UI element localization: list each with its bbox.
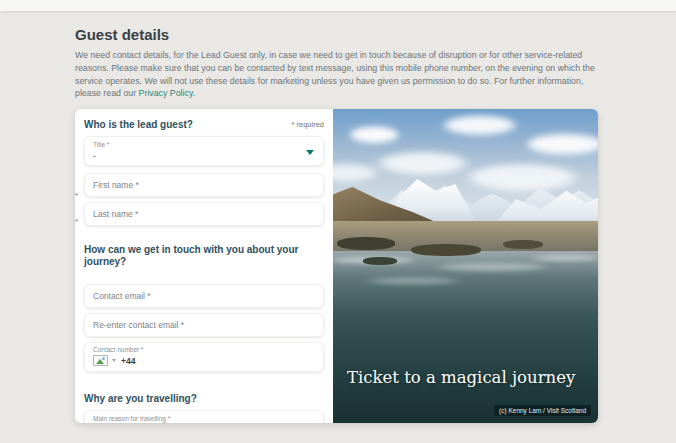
travel-section-header: Why are you travelling? (84, 393, 324, 405)
flag-image-mountain-glyph (96, 359, 104, 364)
photo-rock (503, 240, 543, 249)
flag-image-dot-glyph (102, 357, 105, 360)
contact-heading: How can we get in touch with you about y… (84, 244, 324, 268)
photo-clouds (333, 111, 598, 206)
contact-number-field[interactable]: Contact number * +44 (84, 342, 324, 372)
lead-guest-section-header: Who is the lead guest? * required (84, 119, 324, 131)
scotland-landscape-photo: Ticket to a magical journey (c) Kenny La… (333, 109, 598, 423)
chevron-down-icon (306, 150, 314, 155)
reenter-contact-email-input[interactable] (84, 313, 324, 337)
travel-heading: Why are you travelling? (84, 393, 197, 405)
dial-code-chevron-icon (112, 359, 116, 362)
first-name-input[interactable] (84, 173, 324, 197)
required-marker: * (75, 191, 78, 200)
guest-details-page: Guest details We need contact details, f… (0, 11, 676, 423)
photo-rock (411, 244, 481, 256)
contact-email-input[interactable] (84, 284, 324, 308)
guest-details-form: * * Who is the lead guest? * required Ti… (75, 109, 333, 423)
title-select-value: - (93, 151, 315, 161)
flag-image-icon[interactable] (93, 355, 108, 366)
travel-reason-select[interactable]: Main reason for travelling * Please sele… (84, 410, 324, 423)
dial-code-row: +44 (93, 355, 315, 366)
lead-guest-heading: Who is the lead guest? (84, 119, 193, 131)
intro-text: We need contact details, for the Lead Gu… (75, 49, 608, 100)
last-name-input[interactable] (84, 202, 324, 226)
page-title: Guest details (75, 26, 676, 43)
dial-code-value: +44 (121, 356, 135, 366)
photo-rock (363, 257, 397, 265)
title-select-label: Title * (93, 141, 315, 149)
guest-details-card: * * Who is the lead guest? * required Ti… (75, 109, 598, 423)
required-note: * required (291, 120, 324, 129)
photo-rock (337, 237, 395, 250)
contact-section-header: How can we get in touch with you about y… (84, 244, 324, 279)
travel-reason-label: Main reason for travelling * (93, 415, 315, 423)
contact-number-label: Contact number * (93, 346, 315, 354)
required-marker: * (75, 217, 78, 226)
privacy-policy-link[interactable]: Privacy Policy. (139, 88, 196, 98)
photo-credit: (c) Kenny Lam / Visit Scotland (494, 405, 591, 416)
photo-headline: Ticket to a magical journey (347, 368, 575, 387)
top-banner-edge (0, 0, 676, 11)
title-select[interactable]: Title * - (84, 136, 324, 166)
